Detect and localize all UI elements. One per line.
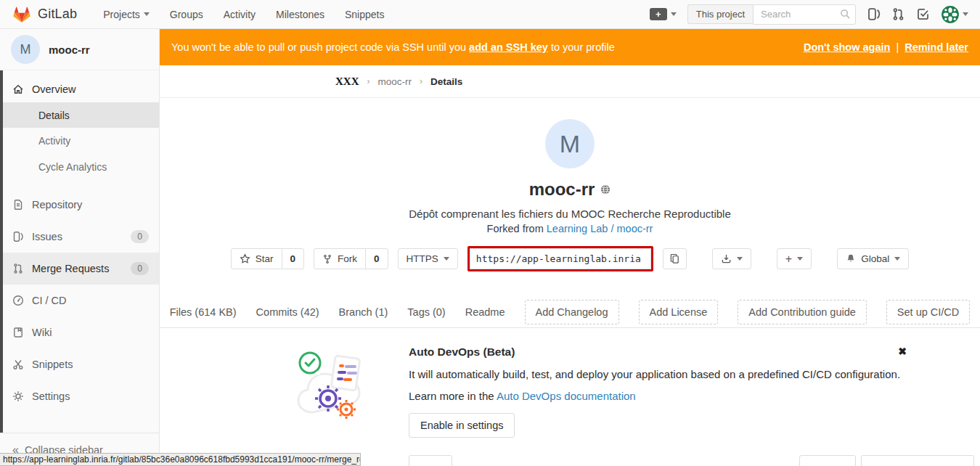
sidebar-project-name: mooc-rr: [49, 44, 90, 56]
copy-url-button[interactable]: [663, 248, 687, 269]
sidebar-item-merge-requests[interactable]: Merge Requests 0: [0, 253, 159, 285]
gear-icon: [12, 391, 24, 402]
status-url: https://app-learninglab.inria.fr/gitlab/…: [3, 454, 361, 465]
breadcrumb-user[interactable]: XXX: [335, 75, 359, 88]
issues-count-badge: 0: [131, 230, 149, 243]
chevron-down-icon: [444, 257, 449, 261]
project-avatar-large: M: [545, 119, 595, 168]
remind-later-link[interactable]: Remind later: [905, 41, 968, 53]
merge-request-icon[interactable]: [891, 7, 905, 21]
sidebar-item-settings[interactable]: Settings: [0, 380, 159, 412]
chevron-down-icon: [737, 257, 743, 261]
sidebar-item-issues[interactable]: Issues 0: [0, 221, 159, 253]
auto-devops-callout: Auto DevOps (Beta) It will automatically…: [226, 337, 914, 438]
fork-count[interactable]: 0: [365, 248, 388, 269]
sidebar-item-wiki[interactable]: Wiki: [0, 316, 159, 348]
clipboard-icon: [669, 253, 680, 264]
todos-icon[interactable]: [916, 7, 930, 21]
dont-show-again-link[interactable]: Don't show again: [804, 41, 890, 53]
brand-name: GitLab: [38, 7, 77, 22]
gitlab-brand[interactable]: GitLab: [12, 4, 77, 25]
new-menu-button[interactable]: +: [650, 8, 677, 20]
add-license-button[interactable]: Add License: [639, 300, 719, 324]
file-action-partial[interactable]: [799, 455, 856, 466]
ci-cd-gauge-icon: [12, 295, 24, 306]
snippets-scissors-icon: [12, 359, 24, 370]
chevron-down-icon: [963, 12, 968, 16]
home-icon: [12, 83, 24, 95]
add-changelog-button[interactable]: Add Changelog: [525, 300, 619, 324]
sidebar-edge-strip: [0, 70, 3, 466]
add-ssh-key-link[interactable]: add an SSH key: [469, 41, 548, 53]
issues-icon: [12, 231, 24, 242]
search-scope-label: This project: [687, 4, 753, 24]
auto-devops-doc-link[interactable]: Auto DevOps documentation: [497, 390, 636, 402]
commits-link[interactable]: Commits (42): [256, 306, 319, 318]
merge-request-icon: [12, 263, 24, 274]
new-item-dropdown[interactable]: +: [777, 248, 812, 269]
project-sidebar: M mooc-rr Overview Details Activity Cycl…: [0, 29, 160, 466]
readme-link[interactable]: Readme: [465, 306, 505, 318]
search-icon: [840, 9, 851, 20]
plus-icon: +: [650, 8, 667, 20]
fork-button[interactable]: Fork: [314, 248, 366, 269]
top-navbar: GitLab Projects Groups Activity Mileston…: [0, 0, 980, 29]
clone-url-input[interactable]: [470, 248, 651, 269]
forked-from-link[interactable]: Learning Lab / mooc-rr: [547, 223, 653, 234]
project-action-bar: Star 0 Fork 0 HTTPS: [160, 246, 980, 271]
branch-link[interactable]: Branch (1): [339, 306, 388, 318]
star-count[interactable]: 0: [282, 248, 305, 269]
issues-icon[interactable]: [867, 7, 881, 21]
sidebar-item-overview[interactable]: Overview: [0, 76, 159, 102]
project-description: Dépôt comprenant les fichiers du MOOC Re…: [160, 208, 980, 220]
auto-devops-body: It will automatically build, test, and d…: [409, 368, 900, 380]
user-menu[interactable]: [941, 5, 968, 24]
merge-requests-count-badge: 0: [131, 262, 149, 275]
chevron-down-icon: [797, 257, 803, 261]
nav-projects[interactable]: Projects: [103, 9, 150, 20]
project-title: mooc-rr: [529, 179, 595, 200]
enable-in-settings-button[interactable]: Enable in settings: [409, 413, 515, 438]
main-content: XXX › mooc-rr › Details M mooc-rr Dépôt …: [160, 65, 980, 466]
user-avatar: [941, 5, 960, 24]
primary-nav: Projects Groups Activity Milestones Snip…: [103, 9, 384, 20]
protocol-dropdown[interactable]: HTTPS: [398, 248, 458, 269]
sidebar-item-cycle-analytics[interactable]: Cycle Analytics: [0, 154, 159, 180]
chevron-down-icon: [894, 257, 900, 261]
nav-snippets[interactable]: Snippets: [345, 9, 384, 20]
sidebar-project-header[interactable]: M mooc-rr: [0, 29, 159, 70]
project-stats-bar: Files (614 KB) Commits (42) Branch (1) T…: [160, 296, 980, 328]
public-globe-icon: [600, 184, 611, 195]
wiki-icon: [12, 327, 24, 338]
file-action-partial[interactable]: [861, 455, 974, 466]
star-button[interactable]: Star: [231, 248, 282, 269]
breadcrumb: XXX › mooc-rr › Details: [160, 65, 980, 98]
branch-selector-partial[interactable]: [409, 455, 452, 466]
breadcrumb-page[interactable]: Details: [430, 76, 462, 87]
download-dropdown[interactable]: [712, 248, 751, 269]
plus-icon: +: [785, 253, 792, 266]
sidebar-item-ci-cd[interactable]: CI / CD: [0, 285, 159, 316]
chevron-down-icon: [671, 12, 677, 16]
sidebar-item-activity[interactable]: Activity: [0, 128, 159, 154]
sidebar-item-details[interactable]: Details: [0, 102, 159, 128]
auto-devops-title: Auto DevOps (Beta): [409, 346, 900, 359]
sidebar-item-repository[interactable]: Repository: [0, 189, 159, 221]
notification-dropdown[interactable]: Global: [837, 248, 909, 269]
nav-milestones[interactable]: Milestones: [276, 9, 324, 20]
add-contribution-guide-button[interactable]: Add Contribution guide: [738, 300, 867, 324]
tanuki-logo-icon: [12, 4, 32, 25]
banner-text: You won't be able to pull or push projec…: [171, 41, 466, 53]
sidebar-item-snippets[interactable]: Snippets: [0, 348, 159, 380]
bell-icon: [846, 253, 856, 264]
files-link[interactable]: Files (614 KB): [170, 306, 237, 318]
close-icon[interactable]: ✖: [898, 346, 907, 357]
breadcrumb-project[interactable]: mooc-rr: [378, 76, 412, 87]
nav-activity[interactable]: Activity: [224, 9, 256, 20]
repository-icon: [12, 199, 24, 210]
download-icon: [721, 253, 732, 264]
tags-link[interactable]: Tags (0): [407, 306, 445, 318]
setup-ci-cd-button[interactable]: Set up CI/CD: [886, 300, 970, 324]
nav-groups[interactable]: Groups: [170, 9, 203, 20]
auto-devops-illustration: [293, 343, 380, 438]
